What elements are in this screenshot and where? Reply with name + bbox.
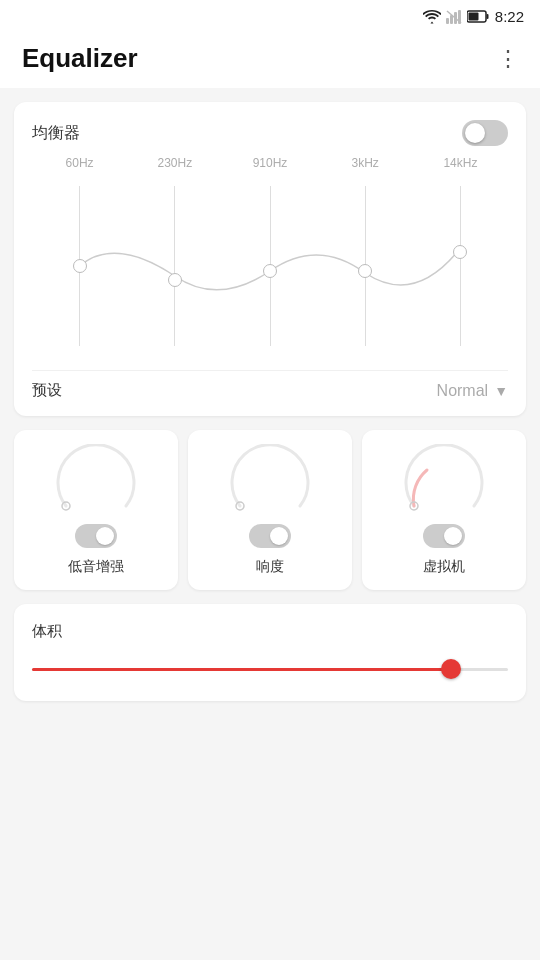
preset-arrow-icon: ▼ — [494, 383, 508, 399]
svg-rect-6 — [486, 14, 488, 19]
eq-slider-thumb-230hz[interactable] — [168, 273, 182, 287]
freq-label-910hz: 910Hz — [222, 156, 317, 170]
virtualizer-toggle-track — [423, 524, 465, 548]
more-options-button[interactable]: ⋮ — [497, 46, 520, 72]
page-title: Equalizer — [22, 43, 138, 74]
effects-row: 低音增强 响度 — [14, 430, 526, 590]
status-bar: 8:22 — [0, 0, 540, 29]
eq-slider-line-14khz — [460, 186, 461, 346]
equalizer-card: 均衡器 60Hz 230Hz 910Hz 3kHz 14kHz — [14, 102, 526, 416]
app-header: Equalizer ⋮ — [0, 29, 540, 88]
virtualizer-toggle[interactable] — [423, 524, 465, 548]
effect-card-loudness: 响度 — [188, 430, 352, 590]
freq-label-60hz: 60Hz — [32, 156, 127, 170]
signal-icon — [446, 10, 462, 24]
eq-toggle[interactable] — [462, 120, 508, 146]
bass-knob-container — [51, 444, 141, 514]
eq-slider-thumb-910hz[interactable] — [263, 264, 277, 278]
preset-label: 预设 — [32, 381, 62, 400]
eq-sliders-container — [32, 176, 508, 356]
eq-slider-line-230hz — [174, 186, 175, 346]
loudness-toggle-thumb — [270, 527, 288, 545]
eq-slider-thumb-14khz[interactable] — [453, 245, 467, 259]
freq-label-230hz: 230Hz — [127, 156, 222, 170]
volume-slider[interactable] — [32, 659, 508, 679]
loudness-knob-svg — [225, 444, 315, 514]
bass-toggle-thumb — [96, 527, 114, 545]
volume-title: 体积 — [32, 622, 508, 641]
virtualizer-knob-svg — [399, 444, 489, 514]
svg-rect-0 — [446, 18, 449, 24]
bass-knob-svg — [51, 444, 141, 514]
eq-title: 均衡器 — [32, 123, 80, 144]
eq-slider-col-230hz[interactable] — [127, 176, 222, 356]
preset-select[interactable]: Normal ▼ — [437, 382, 508, 400]
eq-freq-labels: 60Hz 230Hz 910Hz 3kHz 14kHz — [32, 156, 508, 170]
bass-toggle[interactable] — [75, 524, 117, 548]
preset-row: 预设 Normal ▼ — [32, 370, 508, 400]
eq-slider-col-910hz[interactable] — [222, 176, 317, 356]
bass-boost-label: 低音增强 — [68, 558, 124, 576]
volume-fill — [32, 668, 451, 671]
freq-label-14khz: 14kHz — [413, 156, 508, 170]
battery-icon — [467, 10, 489, 23]
eq-slider-col-60hz[interactable] — [32, 176, 127, 356]
virtualizer-label: 虚拟机 — [423, 558, 465, 576]
loudness-toggle-track — [249, 524, 291, 548]
main-content: 均衡器 60Hz 230Hz 910Hz 3kHz 14kHz — [0, 88, 540, 715]
status-time: 8:22 — [495, 8, 524, 25]
volume-section: 体积 — [14, 604, 526, 701]
svg-rect-7 — [468, 13, 478, 21]
eq-slider-tracks — [32, 176, 508, 356]
eq-slider-thumb-60hz[interactable] — [73, 259, 87, 273]
loudness-toggle[interactable] — [249, 524, 291, 548]
eq-toggle-thumb — [465, 123, 485, 143]
eq-slider-thumb-3khz[interactable] — [358, 264, 372, 278]
freq-label-3khz: 3kHz — [318, 156, 413, 170]
bass-toggle-track — [75, 524, 117, 548]
eq-slider-col-3khz[interactable] — [318, 176, 413, 356]
volume-thumb[interactable] — [441, 659, 461, 679]
loudness-knob-container — [225, 444, 315, 514]
wifi-icon — [423, 10, 441, 24]
eq-slider-col-14khz[interactable] — [413, 176, 508, 356]
effect-card-bass: 低音增强 — [14, 430, 178, 590]
virtualizer-knob-container — [399, 444, 489, 514]
effect-card-virtualizer: 虚拟机 — [362, 430, 526, 590]
virtualizer-toggle-thumb — [444, 527, 462, 545]
loudness-label: 响度 — [256, 558, 284, 576]
preset-value: Normal — [437, 382, 489, 400]
eq-card-header: 均衡器 — [32, 120, 508, 146]
status-icons — [423, 10, 489, 24]
